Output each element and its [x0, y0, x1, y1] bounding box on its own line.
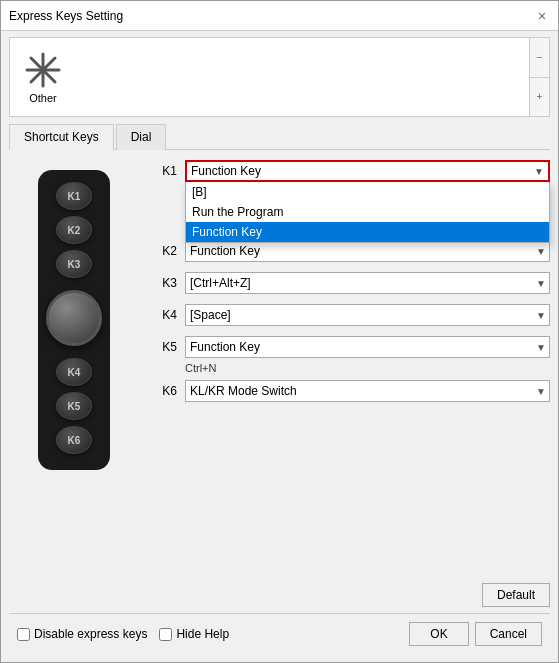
k4-select-wrapper: [Space] ▼	[185, 304, 550, 326]
k6-select-wrapper: KL/KR Mode Switch ▼	[185, 380, 550, 402]
k1-option-run-program[interactable]: Run the Program	[186, 202, 549, 222]
k3-select[interactable]: [Ctrl+Alt+Z]	[185, 272, 550, 294]
k1-option-function-key[interactable]: Function Key	[186, 222, 549, 242]
k1-dropdown-list: [B] Run the Program Function Key	[185, 182, 550, 243]
default-row: Default	[9, 583, 550, 607]
ok-cancel-buttons: OK Cancel	[409, 622, 542, 646]
express-keys-window: Express Keys Setting × Other − + Shortcu…	[0, 0, 559, 663]
hide-help-checkbox[interactable]	[159, 628, 172, 641]
device-panel: K1 K2 K3 K4 K5 K6	[9, 160, 139, 575]
key-row-k1: K1 Function Key ▼ [B] Run the Program Fu…	[155, 160, 550, 182]
bottom-bar: Disable express keys Hide Help OK Cancel	[9, 613, 550, 654]
key-button-k6[interactable]: K6	[56, 426, 92, 454]
k1-option-b[interactable]: [B]	[186, 182, 549, 202]
key-button-k2[interactable]: K2	[56, 216, 92, 244]
disable-express-keys-label: Disable express keys	[34, 627, 147, 641]
k3-label: K3	[155, 276, 177, 290]
key-row-k5: K5 Function Key ▼	[155, 336, 550, 358]
k4-label: K4	[155, 308, 177, 322]
k5-sub-label: Ctrl+N	[185, 362, 550, 374]
k1-select[interactable]: Function Key ▼	[185, 160, 550, 182]
dial-knob[interactable]	[46, 290, 102, 346]
k2-select[interactable]: Function Key	[185, 240, 550, 262]
ok-button[interactable]: OK	[409, 622, 468, 646]
k4-select[interactable]: [Space]	[185, 304, 550, 326]
k6-select[interactable]: KL/KR Mode Switch	[185, 380, 550, 402]
key-button-k4[interactable]: K4	[56, 358, 92, 386]
settings-panel: K1 Function Key ▼ [B] Run the Program Fu…	[155, 160, 550, 575]
k2-label: K2	[155, 244, 177, 258]
key-row-k2: K2 Function Key ▼	[155, 240, 550, 262]
k2-select-wrapper: Function Key ▼	[185, 240, 550, 262]
content-area: Shortcut Keys Dial K1 K2 K3 K4 K5 K6	[1, 123, 558, 575]
other-icon-svg	[23, 50, 63, 90]
disable-express-keys-group: Disable express keys	[17, 627, 147, 641]
main-content: K1 K2 K3 K4 K5 K6 K1 Function Key	[9, 160, 550, 575]
device-label: Other	[29, 92, 57, 104]
key-button-k5[interactable]: K5	[56, 392, 92, 420]
k5-select-wrapper: Function Key ▼	[185, 336, 550, 358]
k3-select-wrapper: [Ctrl+Alt+Z] ▼	[185, 272, 550, 294]
scroll-up-button[interactable]: −	[530, 38, 549, 78]
k6-label: K6	[155, 384, 177, 398]
tab-dial[interactable]: Dial	[116, 124, 167, 150]
disable-express-keys-checkbox[interactable]	[17, 628, 30, 641]
default-button[interactable]: Default	[482, 583, 550, 607]
close-button[interactable]: ×	[534, 8, 550, 24]
key-row-k4: K4 [Space] ▼	[155, 304, 550, 326]
k5-label: K5	[155, 340, 177, 354]
tab-bar: Shortcut Keys Dial	[9, 123, 550, 150]
device-body: K1 K2 K3 K4 K5 K6	[38, 170, 110, 470]
key-button-k1[interactable]: K1	[56, 182, 92, 210]
scroll-buttons: − +	[529, 38, 549, 116]
tab-shortcut-keys[interactable]: Shortcut Keys	[9, 124, 114, 150]
window-title: Express Keys Setting	[9, 9, 123, 23]
hide-help-group: Hide Help	[159, 627, 229, 641]
k1-label: K1	[155, 164, 177, 178]
device-bar: Other − +	[9, 37, 550, 117]
key-button-k3[interactable]: K3	[56, 250, 92, 278]
title-bar: Express Keys Setting ×	[1, 1, 558, 31]
key-row-k3: K3 [Ctrl+Alt+Z] ▼	[155, 272, 550, 294]
k1-dropdown-arrow: ▼	[534, 166, 544, 177]
footer-area: Default Disable express keys Hide Help O…	[1, 575, 558, 662]
hide-help-label: Hide Help	[176, 627, 229, 641]
device-icon: Other	[18, 47, 68, 107]
k5-select[interactable]: Function Key	[185, 336, 550, 358]
k1-selected-value: Function Key	[191, 164, 261, 178]
k1-dropdown-container: Function Key ▼ [B] Run the Program Funct…	[185, 160, 550, 182]
scroll-down-button[interactable]: +	[530, 78, 549, 117]
key-row-k6: K6 KL/KR Mode Switch ▼	[155, 380, 550, 402]
cancel-button[interactable]: Cancel	[475, 622, 542, 646]
